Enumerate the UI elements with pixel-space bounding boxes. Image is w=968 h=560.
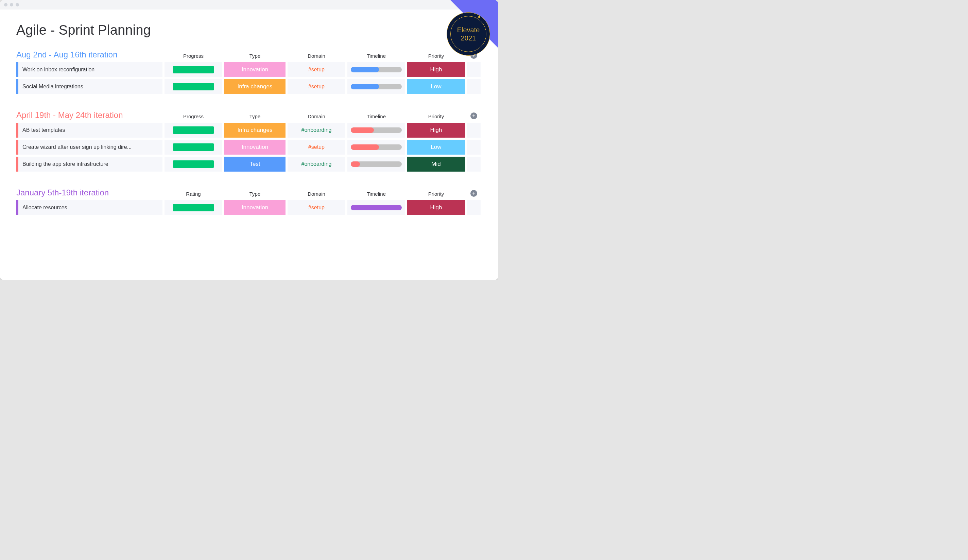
content-area: Agile - Sprint Planning Aug 2nd - Aug 16… [0, 10, 498, 238]
task-name-cell[interactable]: Allocate resources [16, 200, 162, 215]
group-header: Aug 2nd - Aug 16th iterationProgressType… [16, 50, 482, 60]
priority-cell[interactable]: High [407, 123, 465, 138]
task-name-cell[interactable]: Create wizard after user sign up linking… [16, 140, 162, 155]
progress-cell[interactable] [164, 62, 222, 77]
priority-cell[interactable]: Low [407, 140, 465, 155]
type-cell[interactable]: Innovation [224, 62, 285, 77]
column-header[interactable]: Rating [164, 191, 222, 198]
type-cell[interactable]: Infra changes [224, 123, 285, 138]
task-name-cell[interactable]: Social Media integrations [16, 79, 162, 94]
timeline-cell[interactable] [347, 62, 405, 77]
timeline-track [351, 144, 402, 150]
progress-bar [173, 66, 214, 73]
domain-tag: #setup [308, 66, 325, 73]
row-end-cell [467, 123, 481, 138]
window-dot-minimize[interactable] [10, 3, 13, 7]
progress-cell[interactable] [164, 140, 222, 155]
domain-tag: #setup [308, 205, 325, 211]
group-title[interactable]: April 19th - May 24th iteration [16, 111, 162, 121]
row-end-cell [467, 79, 481, 94]
window-titlebar [0, 0, 498, 10]
priority-cell[interactable]: Low [407, 79, 465, 94]
table-row: Social Media integrationsInfra changes#s… [16, 79, 482, 94]
timeline-track [351, 205, 402, 210]
domain-tag: #onboarding [302, 161, 332, 167]
domain-cell[interactable]: #setup [288, 62, 345, 77]
column-header[interactable]: Type [224, 113, 285, 121]
timeline-cell[interactable] [347, 140, 405, 155]
domain-cell[interactable]: #setup [288, 140, 345, 155]
add-column-button[interactable]: + [471, 190, 477, 197]
task-name-cell[interactable]: Work on inbox reconfiguration [16, 62, 162, 77]
progress-bar [173, 204, 214, 211]
timeline-cell[interactable] [347, 200, 405, 215]
window-dot-close[interactable] [4, 3, 7, 7]
column-header[interactable]: Type [224, 53, 285, 60]
progress-cell[interactable] [164, 79, 222, 94]
timeline-cell[interactable] [347, 123, 405, 138]
column-header[interactable]: Priority [407, 113, 465, 121]
timeline-fill [351, 161, 360, 167]
type-cell[interactable]: Test [224, 157, 285, 172]
column-header[interactable]: Timeline [347, 191, 405, 198]
domain-tag: #setup [308, 144, 325, 150]
timeline-cell[interactable] [347, 79, 405, 94]
sprint-group: January 5th-19th iterationRatingTypeDoma… [16, 188, 482, 215]
timeline-fill [351, 67, 379, 72]
domain-cell[interactable]: #setup [288, 79, 345, 94]
badge-dot-icon [478, 16, 480, 18]
row-end-cell [467, 200, 481, 215]
progress-bar [173, 143, 214, 151]
row-end-cell [467, 140, 481, 155]
timeline-fill [351, 205, 402, 210]
domain-cell[interactable]: #onboarding [288, 157, 345, 172]
group-title[interactable]: January 5th-19th iteration [16, 188, 162, 198]
timeline-track [351, 161, 402, 167]
timeline-track [351, 67, 402, 72]
badge-line1: Elevate [457, 26, 480, 34]
domain-cell[interactable]: #onboarding [288, 123, 345, 138]
group-title[interactable]: Aug 2nd - Aug 16th iteration [16, 50, 162, 60]
groups-container: Aug 2nd - Aug 16th iterationProgressType… [16, 50, 482, 215]
page-title: Agile - Sprint Planning [16, 22, 482, 38]
progress-cell[interactable] [164, 157, 222, 172]
priority-cell[interactable]: High [407, 200, 465, 215]
type-cell[interactable]: Innovation [224, 200, 285, 215]
task-name-cell[interactable]: Building the app store infrastructure [16, 157, 162, 172]
column-header[interactable]: Type [224, 191, 285, 198]
column-header[interactable]: Domain [288, 191, 345, 198]
table-row: Create wizard after user sign up linking… [16, 140, 482, 155]
badge-circle: Elevate 2021 [447, 12, 490, 56]
priority-cell[interactable]: Mid [407, 157, 465, 172]
table-row: Work on inbox reconfigurationInnovation#… [16, 62, 482, 77]
add-column-button[interactable]: + [471, 113, 477, 119]
sprint-group: Aug 2nd - Aug 16th iterationProgressType… [16, 50, 482, 94]
task-name-cell[interactable]: AB test templates [16, 123, 162, 138]
timeline-fill [351, 128, 374, 133]
column-header[interactable]: Timeline [347, 113, 405, 121]
domain-tag: #onboarding [302, 127, 332, 133]
badge-line2: 2021 [461, 34, 476, 42]
timeline-fill [351, 144, 379, 150]
timeline-cell[interactable] [347, 157, 405, 172]
domain-tag: #setup [308, 84, 325, 90]
domain-cell[interactable]: #setup [288, 200, 345, 215]
corner-badge: Elevate 2021 [430, 0, 498, 68]
type-cell[interactable]: Innovation [224, 140, 285, 155]
column-header[interactable]: Domain [288, 113, 345, 121]
progress-bar [173, 83, 214, 90]
timeline-fill [351, 84, 379, 89]
app-window: Elevate 2021 Agile - Sprint Planning Aug… [0, 0, 498, 280]
column-header[interactable]: Domain [288, 53, 345, 60]
table-row: AB test templatesInfra changes#onboardin… [16, 123, 482, 138]
progress-cell[interactable] [164, 123, 222, 138]
progress-cell[interactable] [164, 200, 222, 215]
table-row: Allocate resourcesInnovation#setupHigh [16, 200, 482, 215]
column-header[interactable]: Timeline [347, 53, 405, 60]
group-header: April 19th - May 24th iterationProgressT… [16, 111, 482, 121]
column-header[interactable]: Progress [164, 53, 222, 60]
column-header[interactable]: Priority [407, 191, 465, 198]
window-dot-maximize[interactable] [16, 3, 19, 7]
column-header[interactable]: Progress [164, 113, 222, 121]
type-cell[interactable]: Infra changes [224, 79, 285, 94]
